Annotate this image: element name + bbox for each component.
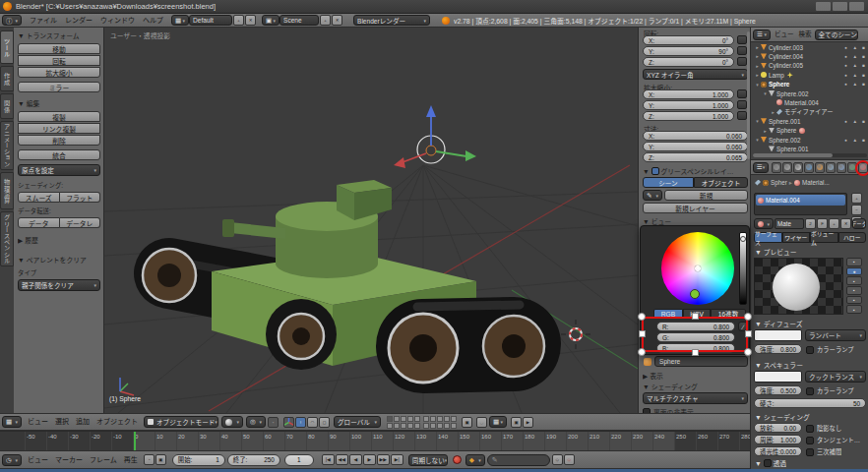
tool-shelf-tab-1[interactable]: 作成 xyxy=(0,66,14,91)
selected-sphere-object[interactable] xyxy=(426,146,436,155)
specular-ramp-row[interactable]: カラーランプ xyxy=(806,386,854,395)
layout-delete-button[interactable]: ✕ xyxy=(245,15,256,26)
rotation-y-lock-icon[interactable] xyxy=(737,46,747,55)
preview-type-sphere-button[interactable]: ● xyxy=(846,267,862,276)
snap-toggle[interactable]: ◡ xyxy=(476,417,487,428)
delete-keyframe-button[interactable]: ◇ xyxy=(564,454,575,465)
shading-mode-dropdown[interactable]: ▾ xyxy=(221,416,243,428)
layer-cell[interactable] xyxy=(444,416,450,422)
diffuse-color-swatch[interactable] xyxy=(754,329,802,341)
scene-icon[interactable]: ▣▾ xyxy=(262,15,279,26)
surface-tab-1[interactable]: ワイヤー xyxy=(782,232,811,243)
viewport-shading-mode-dropdown[interactable]: マルチテクスチャ▾ xyxy=(643,392,748,404)
properties-tab-world[interactable] xyxy=(804,162,814,173)
layer-cell[interactable] xyxy=(394,423,400,429)
specular-shader-dropdown[interactable]: クックトランス▾ xyxy=(805,371,866,383)
diffuse-ramp-row[interactable]: カラーランプ xyxy=(806,345,854,354)
clear-parent-type-dropdown[interactable]: 親子関係をクリア▾ xyxy=(18,279,100,291)
layer-cell[interactable] xyxy=(437,423,443,429)
properties-tab-object[interactable] xyxy=(815,162,825,173)
dimensions-x-field[interactable]: X:0.060 xyxy=(643,131,748,141)
layer-cell[interactable] xyxy=(407,416,413,422)
keying-set-field[interactable]: ✎ xyxy=(487,454,550,466)
properties-tab-modifiers[interactable] xyxy=(837,162,846,173)
viewport-canvas[interactable] xyxy=(104,28,638,413)
properties-tab-render[interactable] xyxy=(772,162,781,173)
layer-cell[interactable] xyxy=(387,423,393,429)
outliner-menu-search[interactable]: 検索 xyxy=(799,28,812,41)
surface-tab-3[interactable]: ハロー xyxy=(838,232,867,243)
vp-menu-view[interactable]: ビュー xyxy=(28,415,48,429)
rotation-mode-dropdown[interactable]: XYZ オイラー角▾ xyxy=(643,69,748,80)
scene-delete-button[interactable]: ✕ xyxy=(332,15,342,26)
jump-to-start-button[interactable]: |◀ xyxy=(322,454,335,465)
data-pin-dropdown[interactable]: データ xyxy=(852,218,866,229)
visibility-select-render-icons[interactable]: ● ▲ ■ xyxy=(844,138,868,143)
vp-menu-add[interactable]: 追加 xyxy=(76,415,90,429)
expand-icon[interactable]: ▸ xyxy=(754,44,761,50)
preview-type-hair-button[interactable]: ▪ xyxy=(846,296,862,305)
layer-cell[interactable] xyxy=(414,416,420,422)
panel-header-transparency[interactable]: ▼ 透過 xyxy=(755,458,786,468)
panel-header-edit[interactable]: ▼ 編集 xyxy=(18,98,100,108)
set-origin-dropdown[interactable]: 原点を設定▾ xyxy=(18,164,100,176)
specular-ramp-checkbox[interactable] xyxy=(806,387,814,395)
scene-add-button[interactable]: + xyxy=(320,15,331,26)
record-button[interactable] xyxy=(453,455,462,464)
value-slider-handle[interactable] xyxy=(740,236,746,242)
dimensions-z-field[interactable]: Z:0.065 xyxy=(643,152,748,162)
expand-icon[interactable]: ▾ xyxy=(754,82,761,88)
rotate-button[interactable]: 回転 xyxy=(18,55,100,66)
layer-cell[interactable] xyxy=(451,423,457,429)
checkbox[interactable] xyxy=(806,437,814,444)
breadcrumb-object[interactable]: Spher xyxy=(771,179,787,186)
tl-menu-view[interactable]: ビュー xyxy=(28,453,48,467)
lock-to-scene-toggle[interactable]: ▣ xyxy=(462,417,472,428)
scale-x-field[interactable]: X:1.000 xyxy=(643,89,734,99)
opengl-render-anim-button[interactable]: ▶ xyxy=(523,417,533,428)
rotation-z-field[interactable]: Z:0° xyxy=(643,57,734,67)
opengl-render-button[interactable]: ▣ xyxy=(511,417,522,428)
panel-header-history[interactable]: ▶ 履歴 xyxy=(18,235,100,245)
pivot-dropdown[interactable]: ◎▾ xyxy=(246,416,266,428)
layer-cell[interactable] xyxy=(437,416,443,422)
manipulator-translate-toggle[interactable]: ↑ xyxy=(295,417,306,428)
next-keyframe-button[interactable]: ▶▶ xyxy=(377,454,390,465)
data-transfer-button[interactable]: データ xyxy=(18,217,60,228)
visibility-select-render-icons[interactable]: ● ▲ ■ xyxy=(844,54,868,59)
scale-button[interactable]: 拡大縮小 xyxy=(18,67,100,78)
prev-keyframe-button[interactable]: ◀◀ xyxy=(336,454,348,465)
tool-shelf-tab-5[interactable]: グリースペンシル xyxy=(0,211,14,266)
preview-type-sky-button[interactable]: ▪ xyxy=(846,305,862,314)
visibility-select-render-icons[interactable]: ● ▲ ■ xyxy=(844,63,868,68)
material-new-button[interactable]: + xyxy=(829,218,839,229)
mode-dropdown[interactable]: オブジェクトモード▾ xyxy=(144,416,218,428)
rotation-x-field[interactable]: X:0° xyxy=(643,35,734,45)
surface-tab-0[interactable]: サーフェス xyxy=(754,232,782,243)
hardness-slider[interactable]: 硬さ:50 xyxy=(754,398,866,408)
snap-element-dropdown[interactable]: ▦▾ xyxy=(489,416,507,428)
scale-z-lock-icon[interactable] xyxy=(737,111,747,120)
layer-cell[interactable] xyxy=(444,423,450,429)
rotation-y-field[interactable]: Y:90° xyxy=(643,46,734,56)
shading-check-0[interactable]: 陰影なし xyxy=(806,424,841,433)
scale-z-field[interactable]: Z:1.000 xyxy=(643,111,734,121)
properties-tab-constraints[interactable] xyxy=(826,162,836,173)
tool-shelf-tab-3[interactable]: アニメーション xyxy=(0,121,14,170)
material-unlink-button[interactable]: ✕ xyxy=(840,218,851,229)
checkbox[interactable] xyxy=(806,425,814,433)
layer-grid[interactable] xyxy=(387,416,420,429)
layer-cell[interactable] xyxy=(430,416,436,422)
grease-pencil-checkbox[interactable] xyxy=(651,167,659,175)
item-name-field[interactable]: Sphere xyxy=(654,356,748,367)
panel-header-preview[interactable]: ▼ プレビュー xyxy=(755,247,797,257)
info-editor-icon[interactable]: ⓘ▾ xyxy=(2,15,22,26)
play-reverse-button[interactable]: ◀ xyxy=(349,454,362,465)
mirror-button[interactable]: ミラー xyxy=(18,82,100,92)
outliner-row-Sphere.001[interactable]: Sphere.001 xyxy=(751,144,868,153)
gp-object-toggle[interactable]: オブジェクト xyxy=(694,177,748,188)
tool-shelf-tab-0[interactable]: ツール xyxy=(0,30,14,64)
shading-value-0[interactable]: 放射:0.00 xyxy=(754,423,802,433)
value-slider[interactable] xyxy=(739,232,747,305)
gp-draw-icon[interactable]: ✎▾ xyxy=(643,190,662,201)
